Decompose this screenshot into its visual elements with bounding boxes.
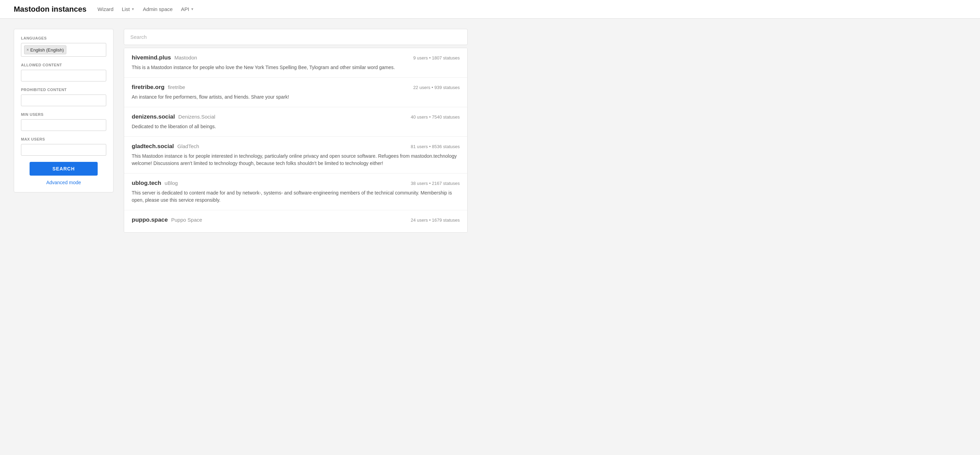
language-tag: × English (English) bbox=[24, 45, 66, 54]
instance-stats: 38 users • 2167 statuses bbox=[410, 181, 460, 186]
instance-software: Puppo Space bbox=[171, 217, 202, 223]
instance-description: This Mastodon instance is for people int… bbox=[132, 152, 460, 167]
instance-stats: 22 users • 939 statuses bbox=[413, 85, 460, 90]
instance-card-header: ublog.tech uBlog 38 users • 2167 statuse… bbox=[132, 180, 460, 187]
instance-name-group: hivemind.plus Mastodon bbox=[132, 54, 197, 61]
list-chevron-icon: ▼ bbox=[131, 7, 135, 11]
instance-name[interactable]: denizens.social bbox=[132, 113, 175, 120]
nav-link-admin-space[interactable]: Admin space bbox=[143, 6, 173, 12]
sidebar: LANGUAGES × English (English) ALLOWED CO… bbox=[14, 29, 113, 192]
allowed-content-input[interactable] bbox=[21, 70, 106, 81]
instance-description: This server is dedicated to content made… bbox=[132, 189, 460, 204]
search-bar-container bbox=[124, 29, 468, 45]
instance-name[interactable]: hivemind.plus bbox=[132, 54, 171, 61]
instance-name-group: puppo.space Puppo Space bbox=[132, 217, 202, 224]
instance-list: hivemind.plus Mastodon 9 users • 1807 st… bbox=[124, 48, 468, 233]
instance-card-header: firetribe.org firetribe 22 users • 939 s… bbox=[132, 84, 460, 91]
instance-name[interactable]: gladtech.social bbox=[132, 143, 174, 149]
instance-name[interactable]: puppo.space bbox=[132, 217, 168, 223]
languages-input[interactable]: × English (English) bbox=[21, 43, 106, 57]
instance-stats: 40 users • 7540 statuses bbox=[410, 114, 460, 120]
instance-software: Mastodon bbox=[174, 55, 197, 60]
instance-card-header: gladtech.social GladTech 81 users • 8536… bbox=[132, 143, 460, 150]
app-title: Mastodon instances bbox=[14, 5, 86, 14]
nav-link-list[interactable]: List ▼ bbox=[122, 6, 134, 12]
instance-name-group: denizens.social Denizens.Social bbox=[132, 113, 215, 120]
prohibited-content-filter-section: PROHIBITED CONTENT bbox=[21, 88, 106, 106]
instance-software: GladTech bbox=[177, 143, 199, 149]
instance-stats: 24 users • 1679 statuses bbox=[410, 217, 460, 223]
nav-link-wizard[interactable]: Wizard bbox=[97, 6, 113, 12]
language-tag-remove[interactable]: × bbox=[27, 48, 29, 52]
content-area: hivemind.plus Mastodon 9 users • 1807 st… bbox=[124, 29, 468, 233]
instance-stats: 9 users • 1807 statuses bbox=[413, 55, 460, 60]
max-users-filter-section: MAX USERS bbox=[21, 137, 106, 156]
allowed-content-filter-section: ALLOWED CONTENT bbox=[21, 63, 106, 81]
min-users-label: MIN USERS bbox=[21, 113, 106, 116]
list-item: puppo.space Puppo Space 24 users • 1679 … bbox=[124, 210, 467, 232]
prohibited-content-label: PROHIBITED CONTENT bbox=[21, 88, 106, 92]
advanced-mode-link[interactable]: Advanced mode bbox=[21, 180, 106, 185]
instance-name-group: firetribe.org firetribe bbox=[132, 84, 185, 91]
instance-stats: 81 users • 8536 statuses bbox=[410, 144, 460, 149]
search-button[interactable]: SEARCH bbox=[30, 162, 98, 176]
instance-software: firetribe bbox=[168, 84, 185, 90]
prohibited-content-input[interactable] bbox=[21, 95, 106, 106]
main-layout: LANGUAGES × English (English) ALLOWED CO… bbox=[0, 19, 481, 243]
allowed-content-label: ALLOWED CONTENT bbox=[21, 63, 106, 67]
instance-name[interactable]: ublog.tech bbox=[132, 180, 161, 186]
max-users-input[interactable] bbox=[21, 144, 106, 156]
languages-label: LANGUAGES bbox=[21, 36, 106, 40]
list-item: gladtech.social GladTech 81 users • 8536… bbox=[124, 137, 467, 174]
min-users-input[interactable] bbox=[21, 119, 106, 131]
api-chevron-icon: ▼ bbox=[191, 7, 194, 11]
instance-software: Denizens.Social bbox=[178, 114, 216, 120]
list-item: ublog.tech uBlog 38 users • 2167 statuse… bbox=[124, 174, 467, 210]
languages-filter-section: LANGUAGES × English (English) bbox=[21, 36, 106, 57]
instance-software: uBlog bbox=[165, 180, 178, 186]
max-users-label: MAX USERS bbox=[21, 137, 106, 141]
list-item: firetribe.org firetribe 22 users • 939 s… bbox=[124, 78, 467, 107]
instance-name-group: gladtech.social GladTech bbox=[132, 143, 199, 150]
instance-card-header: hivemind.plus Mastodon 9 users • 1807 st… bbox=[132, 54, 460, 61]
list-item: hivemind.plus Mastodon 9 users • 1807 st… bbox=[124, 48, 467, 78]
instance-card-header: puppo.space Puppo Space 24 users • 1679 … bbox=[132, 217, 460, 224]
instance-name[interactable]: firetribe.org bbox=[132, 84, 164, 90]
instance-description: An instance for fire performers, flow ar… bbox=[132, 94, 460, 101]
instance-description: Dedicated to the liberation of all being… bbox=[132, 123, 460, 130]
list-item: denizens.social Denizens.Social 40 users… bbox=[124, 107, 467, 137]
top-navigation: Mastodon instances Wizard List ▼ Admin s… bbox=[0, 0, 980, 19]
search-bar-input[interactable] bbox=[124, 29, 467, 45]
instance-card-header: denizens.social Denizens.Social 40 users… bbox=[132, 113, 460, 120]
nav-link-api[interactable]: API ▼ bbox=[181, 6, 194, 12]
min-users-filter-section: MIN USERS bbox=[21, 113, 106, 131]
nav-links: Wizard List ▼ Admin space API ▼ bbox=[97, 6, 194, 12]
instance-description: This is a Mastodon instance for people w… bbox=[132, 64, 460, 71]
instance-name-group: ublog.tech uBlog bbox=[132, 180, 178, 187]
